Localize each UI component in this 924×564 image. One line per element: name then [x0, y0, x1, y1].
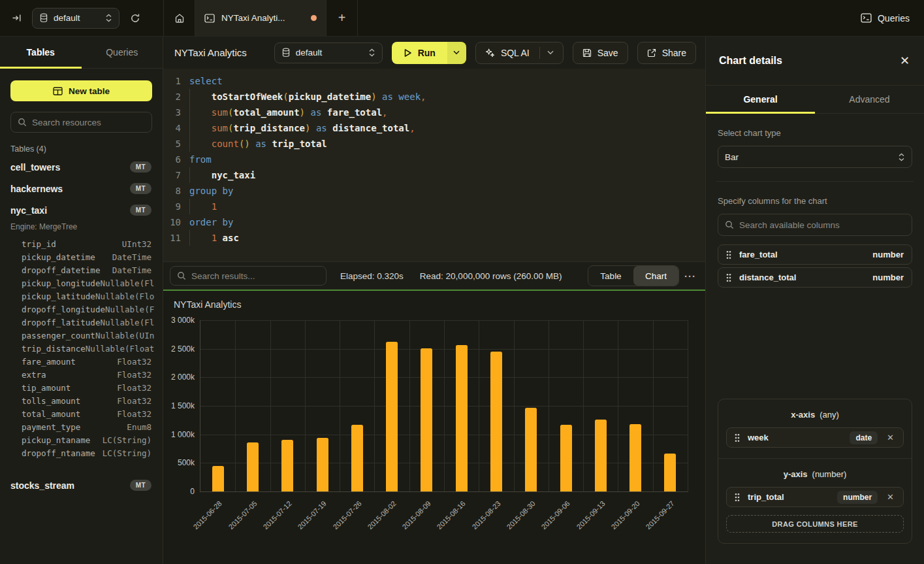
play-icon — [404, 48, 412, 58]
y-axis-hint: (number) — [812, 469, 847, 479]
column-row: payment_typeEnum8 — [0, 421, 163, 434]
chart-panel: NYTaxi Analytics 0500k1 000k1 500k2 000k… — [163, 291, 705, 564]
share-button[interactable]: Share — [637, 42, 696, 64]
sidebar-tab-tables[interactable]: Tables — [0, 37, 82, 68]
home-button[interactable] — [164, 0, 195, 36]
y-axis-column-chip[interactable]: trip_total number ✕ — [726, 487, 904, 507]
x-axis-tick-label: 2015-07-05 — [227, 499, 258, 531]
v-gridline — [409, 320, 410, 491]
query-database-selector[interactable]: default — [274, 42, 383, 63]
column-name: pickup_datetime — [22, 251, 95, 264]
main-area: NYTaxi Analytics default Run — [163, 37, 705, 564]
token: group by — [189, 186, 233, 196]
collapse-sidebar-button[interactable] — [9, 10, 24, 25]
code-line: 2 toStartOfWeek(pickup_datetime) as week… — [163, 89, 705, 105]
table-row[interactable]: stocks_streamMT — [0, 474, 163, 496]
home-icon — [174, 13, 185, 24]
run-label: Run — [418, 48, 436, 58]
new-table-button[interactable]: New table — [10, 80, 152, 101]
token — [217, 233, 222, 243]
remove-y-axis-column-button[interactable]: ✕ — [885, 492, 895, 502]
plus-icon: + — [338, 10, 346, 25]
query-tab[interactable]: NYTaxi Analyti... — [195, 0, 327, 36]
token: , — [421, 91, 426, 102]
column-name: pickup_ntaname — [22, 434, 90, 447]
view-toggle: Table Chart — [588, 265, 679, 286]
table-name: hackernews — [10, 184, 63, 194]
x-axis-tick-label: 2015-08-30 — [505, 499, 536, 531]
line-number: 5 — [163, 136, 181, 152]
sparkle-icon — [485, 48, 495, 58]
sql-console-app: default NYTaxi Analyti.. — [0, 0, 924, 564]
drag-handle-icon[interactable] — [726, 273, 731, 282]
line-number: 1 — [163, 73, 181, 89]
drag-handle-icon[interactable] — [735, 433, 740, 442]
sidebar-search-input[interactable] — [32, 118, 145, 127]
refresh-button[interactable] — [127, 10, 143, 26]
code-line: 7 nyc_taxi — [163, 167, 705, 183]
line-number: 6 — [163, 152, 181, 167]
column-type: UInt32 — [122, 238, 151, 251]
column-name: tolls_amount — [22, 395, 80, 408]
x-axis-column-type-badge: date — [850, 431, 878, 444]
drag-columns-drop-zone[interactable]: DRAG COLUMNS HERE — [726, 515, 904, 533]
sql-editor[interactable]: 1select2 toStartOfWeek(pickup_datetime) … — [163, 69, 705, 261]
table-row[interactable]: hackernewsMT — [0, 178, 163, 199]
column-type: Nullable(F — [105, 303, 154, 316]
close-icon: ✕ — [887, 492, 894, 502]
table-row[interactable]: nyc_taxiMT — [0, 199, 163, 221]
database-selector[interactable]: default — [32, 8, 119, 29]
more-options-button[interactable]: ··· — [684, 271, 696, 282]
share-icon — [647, 48, 656, 58]
new-tab-button[interactable]: + — [327, 0, 358, 36]
table-row[interactable]: cell_towersMT — [0, 156, 163, 178]
token: count — [212, 139, 239, 149]
column-row: dropoff_ntanameLC(String) — [0, 447, 163, 460]
token — [189, 233, 212, 243]
column-name: pickup_latitude — [22, 290, 95, 303]
run-options-button[interactable] — [447, 42, 466, 64]
token: trip_total — [272, 139, 327, 149]
remove-x-axis-column-button[interactable]: ✕ — [885, 433, 895, 442]
token: nyc_taxi — [212, 170, 255, 180]
token: asc — [223, 233, 239, 243]
body: Tables Queries New table Tables (4) cell… — [0, 37, 924, 564]
code-text: sum(trip_distance) as distance_total, — [189, 120, 415, 136]
sql-ai-button[interactable]: SQL AI — [475, 42, 564, 64]
v-gridline — [583, 320, 584, 491]
chart-bar — [490, 352, 502, 491]
run-button[interactable]: Run — [392, 42, 447, 64]
x-axis-tick-label: 2015-08-02 — [366, 499, 397, 531]
save-button[interactable]: Save — [573, 42, 628, 64]
column-chip[interactable]: fare_totalnumber — [718, 244, 912, 265]
columns-search-input[interactable] — [739, 220, 905, 230]
view-toggle-chart[interactable]: Chart — [633, 266, 678, 286]
editor-lines: 1select2 toStartOfWeek(pickup_datetime) … — [163, 73, 705, 246]
close-panel-button[interactable]: ✕ — [900, 54, 910, 68]
results-search — [170, 266, 327, 286]
column-chip[interactable]: distance_totalnumber — [718, 267, 912, 288]
x-axis-column-chip[interactable]: week date ✕ — [726, 427, 904, 448]
chevron-down-icon — [547, 50, 554, 55]
tables-section-label: Tables (4) — [10, 144, 152, 154]
view-toggle-table[interactable]: Table — [588, 266, 633, 286]
drag-handle-icon[interactable] — [726, 250, 731, 259]
share-label: Share — [662, 48, 686, 58]
code-text: nyc_taxi — [189, 167, 255, 183]
table-engine-badge: MT — [130, 161, 151, 173]
v-gridline — [549, 320, 549, 491]
token: ) — [371, 91, 376, 102]
results-search-input[interactable] — [191, 271, 319, 281]
column-name: pickup_longitude — [22, 277, 100, 290]
drag-handle-icon[interactable] — [735, 493, 740, 502]
token: as — [382, 91, 393, 102]
sidebar-tab-queries[interactable]: Queries — [82, 37, 163, 68]
sidebar-search — [10, 112, 152, 133]
code-text: select — [189, 73, 223, 89]
tab-general[interactable]: General — [706, 86, 815, 113]
x-axis-tick-label: 2015-08-16 — [436, 499, 467, 531]
token — [189, 123, 212, 133]
chart-type-select[interactable]: Bar — [718, 146, 912, 168]
tab-advanced[interactable]: Advanced — [815, 86, 924, 113]
queries-button[interactable]: Queries — [861, 13, 910, 24]
